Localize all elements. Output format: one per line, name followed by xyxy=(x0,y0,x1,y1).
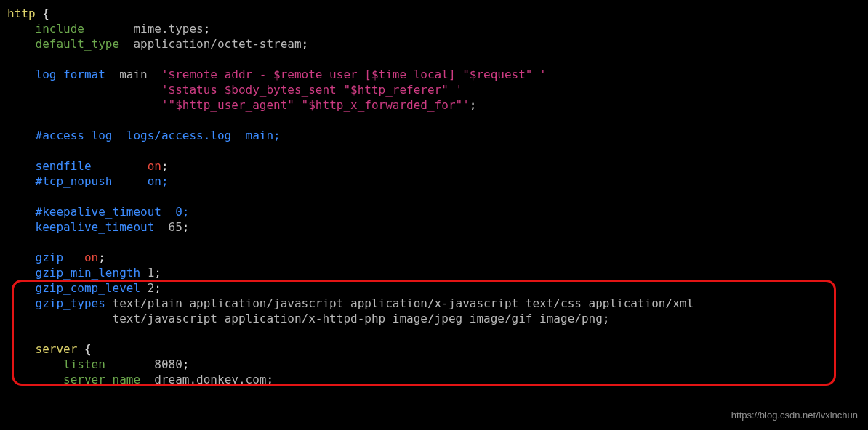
indent xyxy=(7,357,63,371)
indent xyxy=(7,37,36,51)
directive-include: include xyxy=(36,22,84,36)
semicolon: ; xyxy=(154,266,161,280)
pad xyxy=(140,281,148,295)
pad xyxy=(140,373,154,386)
semicolon: ; xyxy=(98,251,105,264)
log-string-3a: "$http_user_agent" xyxy=(169,98,302,112)
code-block: http { include mime.types; default_type … xyxy=(0,0,868,430)
semicolon: ; xyxy=(302,37,309,51)
indent xyxy=(7,159,36,173)
nginx-config: http { include mime.types; default_type … xyxy=(1,4,867,393)
indent xyxy=(7,281,36,295)
semicolon: ; xyxy=(266,373,273,386)
watermark-text: https://blog.csdn.net/lvxinchun xyxy=(731,407,858,423)
pad xyxy=(119,37,133,51)
log-string-1: $remote_addr - $remote_user [$time_local… xyxy=(169,68,540,81)
value-1: 1 xyxy=(148,266,155,280)
semicolon: ; xyxy=(182,357,190,371)
indent xyxy=(7,342,36,356)
pad xyxy=(84,22,133,36)
directive-default-type: default_type xyxy=(36,37,120,51)
directive-gzip-min-length: gzip_min_length xyxy=(36,266,141,280)
semicolon: ; xyxy=(470,98,477,112)
directive-sendfile: sendfile xyxy=(36,159,92,173)
indent xyxy=(7,22,36,36)
value-on: on xyxy=(84,251,98,264)
comment-tcp-nopush: #tcp_nopush on; xyxy=(36,174,169,188)
indent xyxy=(7,296,36,310)
log-string-3b: "$http_x_forwarded_for" xyxy=(302,98,463,112)
gzip-types-line1: text/plain application/javascript applic… xyxy=(113,296,694,310)
semicolon: ; xyxy=(161,159,169,173)
indent xyxy=(7,129,36,142)
quote: ' xyxy=(456,83,463,97)
indent xyxy=(7,68,36,81)
semicolon: ; xyxy=(204,22,211,36)
quote: ' xyxy=(161,68,169,81)
value-octet: application/octet-stream xyxy=(133,37,301,51)
quote: ' xyxy=(161,98,169,112)
brace-open: { xyxy=(36,7,49,20)
value-65: 65 xyxy=(169,220,182,234)
indent xyxy=(7,174,36,188)
indent xyxy=(7,98,161,112)
comment-access-log: #access_log logs/access.log main; xyxy=(36,129,281,142)
pad xyxy=(140,266,148,280)
directive-gzip: gzip xyxy=(36,251,64,264)
pad xyxy=(154,220,168,234)
directive-keepalive: keepalive_timeout xyxy=(36,220,155,234)
gzip-types-line2: text/javascript application/x-httpd-php … xyxy=(113,312,603,325)
semicolon: ; xyxy=(603,312,610,325)
directive-listen: listen xyxy=(63,357,105,371)
value-mime: mime.types xyxy=(133,22,203,36)
indent xyxy=(7,266,36,280)
quote: ' xyxy=(462,98,470,112)
directive-gzip-types: gzip_types xyxy=(36,296,105,310)
value-2: 2 xyxy=(148,281,155,295)
value-domain: dream.donkey.com xyxy=(154,373,266,386)
indent xyxy=(7,373,63,386)
indent xyxy=(7,205,36,219)
brace-open: { xyxy=(77,342,91,356)
pad xyxy=(105,357,154,371)
semicolon: ; xyxy=(182,220,190,234)
comment-keepalive: #keepalive_timeout 0; xyxy=(36,205,190,219)
indent xyxy=(7,220,36,234)
log-string-2: $status $body_bytes_sent "$http_referer" xyxy=(169,83,456,97)
pad xyxy=(63,251,84,264)
indent xyxy=(7,312,113,325)
indent xyxy=(7,83,161,97)
indent xyxy=(7,251,36,264)
quote: ' xyxy=(539,68,547,81)
directive-gzip-comp-level: gzip_comp_level xyxy=(36,281,141,295)
keyword-http: http xyxy=(7,7,36,20)
directive-server-name: server_name xyxy=(63,373,140,386)
value-on: on xyxy=(148,159,161,173)
value-8080: 8080 xyxy=(154,357,182,371)
keyword-server: server xyxy=(36,342,78,356)
pad xyxy=(105,296,113,310)
log-main: main xyxy=(105,68,161,81)
quote: ' xyxy=(161,83,169,97)
semicolon: ; xyxy=(154,281,161,295)
pad xyxy=(92,159,148,173)
directive-log-format: log_format xyxy=(36,68,105,81)
